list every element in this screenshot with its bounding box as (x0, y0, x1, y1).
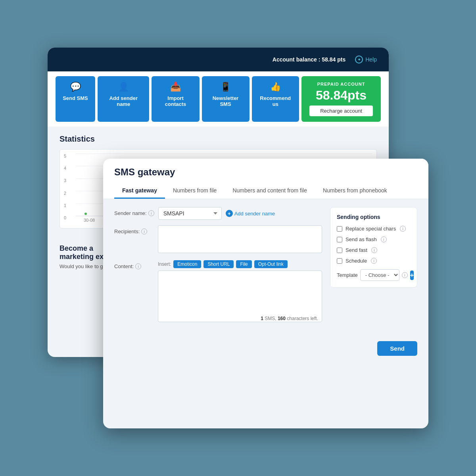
flash-info-icon[interactable]: i (381, 236, 387, 242)
tile-send-sms[interactable]: 💬 Send SMS (56, 76, 95, 122)
insert-label: Insert: (158, 261, 171, 267)
account-balance: Account balance : 58.84 pts (273, 56, 345, 63)
schedule-info-icon[interactable]: i (371, 258, 377, 264)
prepaid-amount: 58.84pts (316, 89, 367, 102)
recipients-input-wrap (158, 225, 322, 255)
send-fast-label: Send fast (345, 247, 367, 253)
import-icon: 📥 (170, 82, 181, 92)
schedule-label: Schedule (345, 258, 367, 264)
content-input-wrap: Insert: Emoticon Short URL File Opt-Out … (158, 260, 322, 324)
tile-add-sender-label: Add sender name (104, 95, 143, 107)
insert-shorturl-tag[interactable]: Short URL (203, 260, 234, 268)
replace-special-chars-label: Replace special chars (345, 226, 396, 232)
tile-add-sender[interactable]: 👤 Add sender name (98, 76, 149, 122)
recipients-info-icon[interactable]: i (141, 228, 147, 234)
content-textarea[interactable] (158, 271, 322, 322)
content-row: Content: i Insert: Emoticon Short URL Fi… (114, 260, 322, 324)
chart-dot (84, 212, 88, 216)
sender-select[interactable]: SMSAPI (158, 207, 222, 220)
tile-recommend-label: Recommend us (258, 95, 293, 107)
chars-suffix: characters left. (287, 316, 318, 321)
send-row: Send (103, 337, 428, 362)
insert-emoticon-tag[interactable]: Emoticon (173, 260, 201, 268)
tab-numbers-phonebook[interactable]: Numbers from phonebook (315, 183, 395, 199)
fast-info-icon[interactable]: i (371, 247, 377, 253)
send-as-flash-label: Send as flash (345, 236, 377, 242)
schedule-checkbox[interactable] (337, 258, 342, 264)
replace-special-chars-checkbox[interactable] (337, 226, 342, 232)
template-add-button[interactable]: + (410, 271, 414, 280)
tile-send-sms-label: Send SMS (63, 95, 88, 101)
prepaid-label: PREPAID ACCOUNT (317, 82, 365, 86)
option-schedule: Schedule i (337, 258, 411, 264)
tile-newsletter-sms[interactable]: 📱 Newsletter SMS (202, 76, 250, 122)
template-row: Template - Choose - i + (337, 269, 411, 281)
help-icon: ✦ (355, 56, 363, 63)
sms-count: 1 (261, 316, 263, 321)
nav-tiles: 💬 Send SMS 👤 Add sender name 📥 Import co… (48, 71, 389, 127)
option-send-fast: Send fast i (337, 247, 411, 253)
sender-input-wrap: SMSAPI + Add sender name (158, 207, 322, 220)
top-bar: Account balance : 58.84 pts ✦ Help (48, 48, 389, 71)
tile-recommend-us[interactable]: 👍 Recommend us (252, 76, 299, 122)
insert-optout-tag[interactable]: Opt-Out link (254, 260, 288, 268)
send-fast-checkbox[interactable] (337, 248, 342, 253)
form-section: Sender name: i SMSAPI + Add sender name (114, 207, 322, 329)
add-sender-icon: 👤 (118, 82, 129, 92)
send-sms-icon: 💬 (70, 82, 81, 92)
add-sender-label: Add sender name (234, 211, 275, 217)
template-select[interactable]: - Choose - (360, 269, 399, 281)
content-info-icon[interactable]: i (135, 263, 141, 269)
option-replace-special-chars: Replace special chars i (337, 226, 411, 232)
newsletter-icon: 📱 (220, 82, 231, 92)
sender-name-row: Sender name: i SMSAPI + Add sender name (114, 207, 322, 220)
sender-info-icon[interactable]: i (148, 210, 154, 216)
recharge-button[interactable]: Recharge account (309, 106, 373, 116)
tile-newsletter-label: Newsletter SMS (208, 95, 243, 107)
gateway-title: SMS gateway (114, 167, 417, 178)
recipients-row: Recipients: i (114, 225, 322, 255)
sender-name-label: Sender name: i (114, 207, 154, 216)
insert-row: Insert: Emoticon Short URL File Opt-Out … (158, 260, 322, 268)
recommend-icon: 👍 (270, 82, 281, 92)
chars-left: 160 (278, 316, 286, 321)
option-send-as-flash: Send as flash i (337, 236, 411, 242)
tab-fast-gateway[interactable]: Fast gateway (114, 183, 165, 199)
gateway-body: Sender name: i SMSAPI + Add sender name (103, 199, 428, 337)
sms-label: SMS, (265, 316, 278, 321)
statistics-title: Statistics (60, 134, 377, 144)
recipients-label: Recipients: i (114, 225, 154, 234)
template-info-icon[interactable]: i (402, 272, 408, 278)
sms-gateway-window: SMS gateway Fast gateway Numbers from fi… (103, 159, 428, 428)
balance-value: 58.84 pts (322, 56, 345, 63)
tabs-row: Fast gateway Numbers from file Numbers a… (114, 183, 417, 199)
add-sender-link[interactable]: + Add sender name (226, 210, 275, 217)
tab-numbers-content-file[interactable]: Numbers and content from file (225, 183, 315, 199)
replace-chars-info-icon[interactable]: i (400, 226, 406, 232)
tile-import-contacts[interactable]: 📥 Import contacts (152, 76, 199, 122)
send-button[interactable]: Send (377, 341, 417, 356)
sender-row: SMSAPI + Add sender name (158, 207, 322, 220)
sending-options-panel: Sending options Replace special chars i … (330, 207, 417, 288)
chart-y-labels: 5 4 3 2 1 0 (64, 154, 66, 220)
content-textarea-wrap: 1 SMS, 160 characters left. (158, 271, 322, 324)
recipients-textarea[interactable] (158, 225, 322, 253)
balance-label: Account balance : (273, 56, 321, 63)
template-label: Template (337, 272, 358, 278)
tab-numbers-from-file[interactable]: Numbers from file (165, 183, 225, 199)
content-label: Content: i (114, 260, 154, 269)
insert-file-tag[interactable]: File (236, 260, 251, 268)
prepaid-card: PREPAID ACCOUNT 58.84pts Recharge accoun… (301, 76, 381, 122)
help-label: Help (365, 56, 377, 63)
add-sender-plus-icon: + (226, 210, 233, 217)
help-button[interactable]: ✦ Help (355, 56, 377, 63)
sending-options-title: Sending options (337, 214, 411, 220)
char-count: 1 SMS, 160 characters left. (261, 316, 318, 321)
tile-import-label: Import contacts (158, 95, 193, 107)
send-as-flash-checkbox[interactable] (337, 237, 342, 242)
gateway-header: SMS gateway Fast gateway Numbers from fi… (103, 159, 428, 199)
